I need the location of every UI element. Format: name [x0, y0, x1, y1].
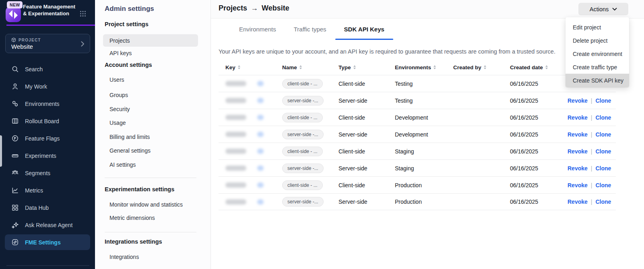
- column-header-name[interactable]: Name: [282, 64, 339, 70]
- sidebar-item-my-work[interactable]: My Work: [0, 78, 95, 95]
- sidebar-item-data-hub[interactable]: Data Hub: [0, 199, 95, 216]
- key-cell: [225, 149, 282, 154]
- revoke-link[interactable]: Revoke: [568, 114, 588, 121]
- key-type: Client-side: [339, 81, 395, 87]
- sort-icon[interactable]: [299, 65, 302, 69]
- copy-icon[interactable]: [257, 199, 264, 205]
- column-header-environments[interactable]: Environments: [395, 64, 453, 70]
- sort-icon[interactable]: [238, 65, 240, 69]
- sort-icon[interactable]: [484, 65, 486, 69]
- key-environment: Staging: [395, 148, 453, 155]
- breadcrumb: Projects → Website: [219, 4, 289, 12]
- sidebar-item-label: Segments: [25, 170, 50, 176]
- apps-grid-icon[interactable]: [80, 10, 86, 19]
- key-cell: [225, 98, 282, 103]
- revoke-link[interactable]: Revoke: [568, 182, 588, 188]
- person-icon: [11, 83, 19, 90]
- admin-item-monitor-window[interactable]: Monitor window and statistics: [109, 201, 183, 208]
- copy-icon[interactable]: [257, 81, 264, 86]
- app-title: Feature Management & Experimentation: [23, 4, 77, 17]
- sort-icon[interactable]: [353, 65, 356, 69]
- column-header-type[interactable]: Type: [339, 64, 395, 70]
- action-separator: |: [591, 97, 592, 104]
- revoke-link[interactable]: Revoke: [568, 165, 588, 172]
- key-environment: Development: [395, 131, 453, 138]
- column-header-created-date[interactable]: Created date: [510, 64, 568, 70]
- revoke-link[interactable]: Revoke: [568, 199, 588, 205]
- clone-link[interactable]: Clone: [595, 165, 611, 172]
- key-name-pill: client-side - ...: [282, 113, 323, 122]
- sidebar-item-ask-release-agent[interactable]: Ask Release Agent: [0, 216, 95, 234]
- copy-icon[interactable]: [257, 149, 264, 154]
- sidebar-item-fme-settings[interactable]: FME Settings: [5, 234, 90, 250]
- breadcrumb-arrow: →: [251, 4, 258, 12]
- copy-icon[interactable]: [257, 182, 264, 188]
- admin-item-groups[interactable]: Groups: [109, 92, 128, 98]
- column-header-created-by[interactable]: Created by: [453, 64, 510, 70]
- panel-title: Admin settings: [105, 5, 154, 13]
- created-date: 06/16/2025: [510, 131, 568, 138]
- sort-icon[interactable]: [545, 65, 548, 69]
- revoke-link[interactable]: Revoke: [568, 131, 588, 138]
- table-row: client-side - ... Client-side Staging 06…: [219, 143, 616, 159]
- sidebar-item-metrics[interactable]: Metrics: [0, 182, 95, 199]
- created-date: 06/16/2025: [510, 199, 568, 205]
- clone-link[interactable]: Clone: [595, 148, 611, 155]
- actions-button[interactable]: Actions: [578, 3, 628, 15]
- key-cell: [225, 81, 282, 86]
- clone-link[interactable]: Clone: [595, 182, 611, 188]
- clone-link[interactable]: Clone: [595, 131, 611, 138]
- sidebar-item-environments[interactable]: Environments: [0, 95, 95, 112]
- chevron-right-icon: [81, 41, 85, 48]
- menu-item-create-sdk-api-key[interactable]: Create SDK API key: [566, 74, 629, 87]
- key-cell: [225, 115, 282, 120]
- section-heading-project-settings: Project settings: [105, 21, 149, 27]
- menu-item-edit-project[interactable]: Edit project: [566, 21, 629, 34]
- project-name: Website: [11, 43, 90, 50]
- project-selector[interactable]: PROJECT Website: [5, 34, 90, 53]
- app-sidebar: NEW Feature Management & Experimentation…: [0, 0, 95, 269]
- column-header-key[interactable]: Key: [225, 64, 282, 70]
- admin-item-metric-dimensions[interactable]: Metric dimensions: [109, 215, 155, 221]
- admin-item-security[interactable]: Security: [109, 106, 130, 112]
- section-heading-integrations-settings: Integrations settings: [105, 238, 162, 245]
- sort-icon[interactable]: [433, 65, 436, 69]
- tab-environments[interactable]: Environments: [230, 19, 285, 40]
- clone-link[interactable]: Clone: [595, 97, 611, 104]
- table-row: client-side - ... Client-side Testing 06…: [219, 75, 616, 92]
- admin-item-ai-settings[interactable]: AI settings: [109, 161, 136, 168]
- breadcrumb-section[interactable]: Projects: [219, 4, 247, 12]
- menu-item-delete-project[interactable]: Delete project: [566, 34, 629, 47]
- api-keys-description: Your API keys are unique to your account…: [219, 48, 555, 55]
- admin-item-general-settings[interactable]: General settings: [109, 147, 151, 154]
- admin-item-projects[interactable]: Projects: [103, 34, 198, 47]
- clone-link[interactable]: Clone: [595, 114, 611, 121]
- menu-item-create-environment[interactable]: Create environment: [566, 47, 629, 60]
- sidebar-item-label: Data Hub: [25, 205, 49, 211]
- sidebar-item-experiments[interactable]: Experiments: [0, 147, 95, 164]
- admin-item-api-keys[interactable]: API keys: [109, 50, 132, 56]
- admin-item-usage[interactable]: Usage: [109, 120, 126, 126]
- created-date: 06/16/2025: [510, 165, 568, 172]
- clone-link[interactable]: Clone: [595, 199, 611, 205]
- menu-item-create-traffic-type[interactable]: Create traffic type: [566, 60, 629, 74]
- tab-sdk-api-keys[interactable]: SDK API Keys: [335, 19, 393, 40]
- sidebar-item-segments[interactable]: Segments: [0, 164, 95, 182]
- sidebar-item-feature-flags[interactable]: Feature Flags: [0, 130, 95, 147]
- tab-traffic-types[interactable]: Traffic types: [285, 19, 335, 40]
- action-separator: |: [591, 199, 592, 205]
- scrollbar-thumb[interactable]: [0, 135, 2, 167]
- admin-item-integrations[interactable]: Integrations: [109, 254, 139, 260]
- sidebar-item-label: My Work: [25, 83, 47, 90]
- admin-item-billing-and-limits[interactable]: Billing and limits: [109, 134, 150, 140]
- admin-item-users[interactable]: Users: [109, 77, 124, 83]
- copy-icon[interactable]: [257, 132, 264, 137]
- revoke-link[interactable]: Revoke: [568, 148, 588, 155]
- sidebar-item-rollout-board[interactable]: Rollout Board: [0, 112, 95, 130]
- copy-icon[interactable]: [257, 166, 264, 171]
- section-divider: [105, 178, 196, 178]
- sidebar-item-search[interactable]: Search: [0, 60, 95, 78]
- revoke-link[interactable]: Revoke: [568, 97, 588, 104]
- copy-icon[interactable]: [257, 115, 264, 120]
- copy-icon[interactable]: [257, 98, 264, 103]
